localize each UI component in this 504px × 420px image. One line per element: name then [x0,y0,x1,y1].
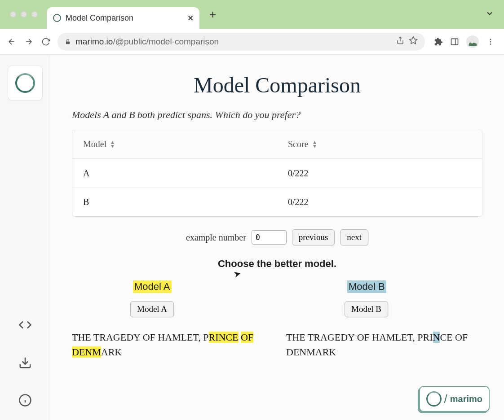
window-maximize-icon[interactable] [31,11,38,18]
score-table: Model ▴▾ Score ▴▾ A 0/222 B 0/222 [72,130,482,217]
reload-button[interactable] [40,36,51,47]
cell-score: 0/222 [277,188,482,216]
address-bar[interactable]: marimo.io/@public/model-comparison [57,33,425,51]
cell-model: A [72,159,277,188]
marimo-badge[interactable]: / marimo [419,386,490,412]
page-subtitle: Models A and B both predict spans. Which… [72,109,482,121]
tab-title: Model Comparison [66,13,183,23]
example-nav: example number previous next [72,229,482,245]
lock-icon [65,39,71,45]
model-b-label: Model B [347,280,386,293]
example-number-label: example number [186,232,246,243]
choose-heading: Choose the better model. [72,258,482,270]
sort-icon: ▴▾ [111,140,113,148]
svg-point-8 [490,41,491,42]
next-button[interactable]: next [340,229,368,245]
table-header-score[interactable]: Score ▴▾ [277,130,482,158]
window-close-icon[interactable] [10,11,16,18]
column-model-a: Model A Model A THE TRAGEDY OF HAMLET, P… [72,280,268,359]
menu-icon[interactable] [486,37,495,46]
url-domain: marimo.io [75,37,113,46]
marimo-logo-icon [426,391,442,407]
code-view-button[interactable] [16,316,34,334]
side-panel-icon[interactable] [450,37,459,46]
marimo-logo-icon [15,73,35,93]
browser-toolbar: marimo.io/@public/model-comparison [0,29,504,55]
choose-model-b-button[interactable]: Model B [345,301,388,317]
forward-button[interactable] [23,36,34,47]
highlight-span: N [433,332,440,343]
passage-model-a: THE TRAGEDY OF HAMLET, PRINCE OF DENMARK [72,330,268,359]
window-minimize-icon[interactable] [21,11,27,18]
new-tab-button[interactable]: + [209,8,216,22]
app-sidebar [0,55,50,420]
extensions-icon[interactable] [434,37,443,46]
table-row: A 0/222 [72,159,482,188]
cell-score: 0/222 [277,159,482,188]
table-header-model[interactable]: Model ▴▾ [72,130,277,158]
window-controls [4,11,43,18]
cell-model: B [72,188,277,216]
browser-tab[interactable]: Model Comparison × [47,7,199,29]
badge-text: marimo [450,394,482,404]
tab-close-icon[interactable]: × [188,13,193,23]
url-path: /@public/model-comparison [113,37,219,46]
svg-point-9 [490,43,491,44]
app-logo-button[interactable] [8,66,43,101]
page-title: Model Comparison [72,73,482,97]
model-a-label: Model A [133,280,172,293]
table-row: B 0/222 [72,188,482,216]
sort-icon: ▴▾ [313,140,315,148]
choose-model-a-button[interactable]: Model A [130,301,174,317]
example-number-input[interactable] [252,230,287,245]
svg-marker-4 [410,37,417,44]
tab-overflow-icon[interactable] [485,9,494,20]
tab-favicon-icon [53,14,61,22]
passage-model-b: THE TRAGEDY OF HAMLET, PRINCE OF DENMARK [286,330,482,359]
svg-rect-5 [451,39,458,44]
profile-avatar[interactable] [466,35,479,48]
info-button[interactable] [16,391,34,409]
previous-button[interactable]: previous [292,229,335,245]
svg-rect-2 [66,41,70,44]
column-model-b: Model B Model B THE TRAGEDY OF HAMLET, P… [286,280,482,359]
download-button[interactable] [16,354,34,372]
svg-point-7 [490,39,491,40]
bookmark-icon[interactable] [409,36,418,47]
main-content: Model Comparison Models A and B both pre… [50,55,504,420]
share-icon[interactable] [396,36,404,47]
back-button[interactable] [6,36,17,47]
browser-tab-strip: Model Comparison × + [0,0,504,29]
highlight-span: RINCE [209,332,239,343]
